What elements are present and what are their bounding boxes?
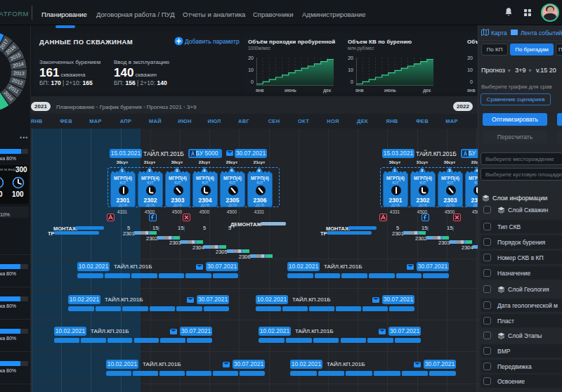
svg-text:2013: 2013 [13, 70, 25, 76]
